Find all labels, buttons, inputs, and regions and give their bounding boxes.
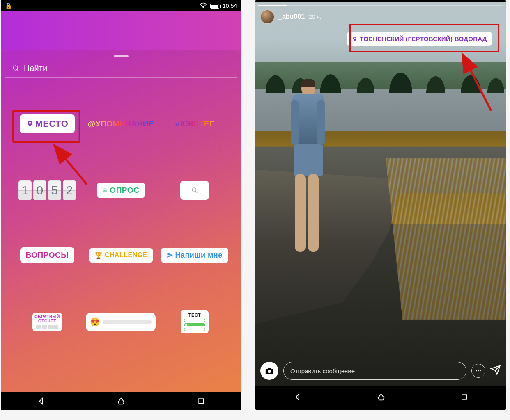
phone-story-viewer: _abu001 20 ч. ТОСНЕНСКИЙ (ГЕРТОВСКИЙ) ВО… <box>255 0 506 410</box>
sticker-questions-label: ВОПРОСЫ <box>26 251 69 260</box>
sticker-challenge[interactable]: 🏆 CHALLENGE <box>89 248 153 262</box>
story-screen[interactable]: _abu001 20 ч. ТОСНЕНСКИЙ (ГЕРТОВСКИЙ) ВО… <box>255 0 506 386</box>
countdown-line2: ОТСЧЕТ <box>38 319 56 323</box>
pin-icon <box>26 120 34 128</box>
sticker-challenge-label: CHALLENGE <box>105 251 147 259</box>
countdown-boxes <box>36 325 58 329</box>
lock-icon: 🔒 <box>5 2 12 9</box>
slider-track <box>103 320 152 324</box>
back-icon[interactable] <box>293 393 302 402</box>
panel-handle[interactable] <box>114 55 129 57</box>
sticker-hashtag-label: #ХЭШТЕГ <box>175 119 214 128</box>
story-image-waterfall <box>386 158 506 320</box>
svg-point-9 <box>478 370 479 372</box>
wifi-icon <box>200 2 207 9</box>
story-image-person <box>292 80 324 253</box>
sticker-gif-search[interactable] <box>180 181 209 200</box>
story-timestamp: 20 ч. <box>309 14 322 20</box>
search-placeholder: Найти <box>24 64 47 73</box>
story-footer: Отправить сообщение <box>260 362 501 380</box>
sticker-search[interactable]: Найти <box>5 61 237 78</box>
clock-digit: 2 <box>63 180 76 200</box>
sticker-hashtag[interactable]: #ХЭШТЕГ <box>170 116 220 132</box>
story-username[interactable]: _abu001 <box>278 13 305 21</box>
send-icon <box>490 365 501 375</box>
home-icon[interactable] <box>377 393 386 402</box>
svg-line-2 <box>17 69 19 71</box>
sticker-emoji-slider[interactable]: 😍 <box>86 313 156 331</box>
svg-point-10 <box>480 370 481 372</box>
svg-rect-11 <box>462 395 467 399</box>
reply-placeholder: Отправить сообщение <box>290 368 355 374</box>
clock-digit: 5 <box>48 180 61 200</box>
sticker-mention-label: @УПОМИНАНИЕ <box>88 119 154 128</box>
share-button[interactable] <box>490 365 501 377</box>
countdown-line1: ОБРАТНЫЙ <box>34 315 60 319</box>
trophy-icon: 🏆 <box>94 251 103 259</box>
clock-digit: 1 <box>18 180 32 200</box>
sticker-panel[interactable]: Найти МЕСТО @УПОМИНАНИЕ #ХЭШТЕГ 1 0 <box>1 50 241 392</box>
sticker-location-label: МЕСТО <box>35 119 69 129</box>
sticker-poll[interactable]: ≡ ОПРОС <box>97 183 145 198</box>
sticker-questions[interactable]: ВОПРОСЫ <box>20 247 75 263</box>
svg-point-0 <box>203 7 204 8</box>
sticker-dm[interactable]: Напиши мне <box>161 248 228 263</box>
more-icon <box>475 368 482 374</box>
story-progress <box>258 5 503 6</box>
reply-input[interactable]: Отправить сообщение <box>283 362 466 380</box>
sticker-quiz[interactable]: ТЕСТ <box>181 310 209 333</box>
svg-line-4 <box>195 191 197 193</box>
search-icon <box>12 65 20 72</box>
svg-point-8 <box>476 370 477 372</box>
clock-digit: 0 <box>33 180 46 200</box>
battery-icon <box>210 2 219 9</box>
svg-point-1 <box>13 66 18 70</box>
poll-icon: ≡ <box>103 186 108 195</box>
android-nav-bar <box>1 392 241 410</box>
sticker-location[interactable]: МЕСТО <box>20 114 75 133</box>
location-sticker[interactable]: ТОСНЕНСКИЙ (ГЕРТОВСКИЙ) ВОДОПАД <box>347 32 492 46</box>
status-time: 10:54 <box>223 2 237 9</box>
sticker-poll-label: ОПРОС <box>110 186 139 195</box>
quiz-option <box>184 328 205 331</box>
more-button[interactable] <box>471 364 485 378</box>
story-header: _abu001 20 ч. <box>260 10 501 24</box>
sticker-time[interactable]: 1 0 5 2 <box>18 180 76 200</box>
svg-rect-6 <box>199 399 204 404</box>
camera-button[interactable] <box>260 362 278 380</box>
home-icon[interactable] <box>117 397 126 406</box>
sticker-quiz-label: ТЕСТ <box>188 313 201 317</box>
avatar[interactable] <box>260 10 274 24</box>
sticker-mention[interactable]: @УПОМИНАНИЕ <box>82 116 160 132</box>
location-sticker-label: ТОСНЕНСКИЙ (ГЕРТОВСКИЙ) ВОДОПАД <box>360 35 487 42</box>
quiz-option <box>184 323 205 326</box>
sticker-dm-label: Напиши мне <box>175 251 222 260</box>
pin-icon <box>352 36 358 42</box>
search-icon <box>191 187 198 194</box>
camera-icon <box>265 366 274 375</box>
send-icon <box>167 252 173 258</box>
sticker-screen: Найти МЕСТО @УПОМИНАНИЕ #ХЭШТЕГ 1 0 <box>1 11 241 392</box>
phone-sticker-picker: 🔒 10:54 Найти МЕСТО <box>1 0 241 410</box>
recent-apps-icon[interactable] <box>460 393 469 401</box>
heart-eyes-emoji-icon: 😍 <box>90 317 100 327</box>
quiz-option <box>184 319 205 322</box>
back-icon[interactable] <box>37 397 46 406</box>
svg-point-3 <box>192 188 196 192</box>
sticker-countdown[interactable]: ОБРАТНЫЙ ОТСЧЕТ <box>32 313 62 331</box>
recent-apps-icon[interactable] <box>197 397 205 405</box>
android-nav-bar <box>255 386 506 409</box>
status-bar: 🔒 10:54 <box>1 0 241 11</box>
